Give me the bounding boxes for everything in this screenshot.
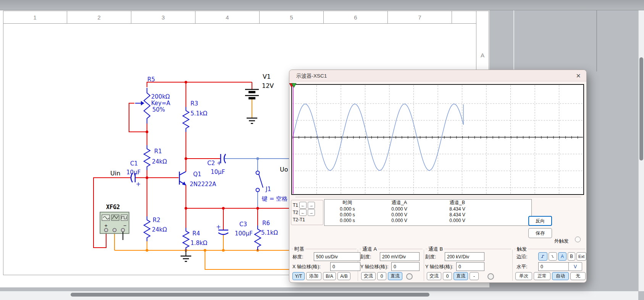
svg-text:24kΩ: 24kΩ (152, 158, 167, 165)
svg-text:24kΩ: 24kΩ (152, 226, 167, 233)
xfg-minus-mark: − (123, 223, 126, 228)
trigger-level-label: 水平: (516, 264, 527, 270)
channel-b-scale-input[interactable] (445, 252, 484, 261)
ext-trigger-label: 外触发 (554, 238, 569, 245)
svg-text:10µF: 10µF (211, 169, 225, 175)
potentiometer-r5[interactable] (135, 88, 150, 123)
ext-trigger-radio[interactable] (575, 237, 581, 242)
t2-right-button[interactable]: → (308, 209, 315, 216)
mode-yt-button[interactable]: Y/T (292, 272, 305, 280)
svg-text:R3: R3 (190, 100, 198, 107)
channel-b-ypos-input[interactable] (456, 262, 484, 271)
channel-a-section-title: 通道 A (361, 246, 378, 253)
measurement-row-0: 0.000 s0.000 V8.434 V (324, 206, 531, 212)
measurement-table: 时间 通道_A 通道_B 0.000 s0.000 V8.434 V0.000 … (324, 199, 532, 226)
resistor-r1[interactable] (144, 145, 150, 170)
trigger-auto-button[interactable]: 自动 (552, 272, 569, 280)
channel-a-dc-button[interactable]: 直流 (388, 272, 402, 280)
cursor-control-block: T1 ← → T2 ← → T2-T1 (291, 200, 323, 225)
transistor-q1[interactable] (179, 172, 186, 185)
timebase-scale-input[interactable] (314, 252, 360, 261)
channel-a-scale-label: 刻度: (360, 254, 371, 260)
measurement-value: 0.000 s (324, 218, 370, 223)
svg-text:10µF: 10µF (126, 169, 140, 176)
channel-b-scale-label: 刻度: (425, 254, 436, 260)
trigger-none-button[interactable]: 无 (570, 272, 586, 280)
svg-text:C3: C3 (239, 221, 247, 228)
channel-a-ypos-input[interactable] (391, 262, 420, 271)
window-title: 示波器-XSC1 (296, 73, 327, 79)
svg-text:Q1: Q1 (193, 171, 201, 178)
channel-a-ac-button[interactable]: 交流 (361, 272, 376, 280)
svg-text:Key=A: Key=A (151, 100, 171, 107)
trigger-falling-edge-button[interactable] (549, 252, 557, 261)
trigger-source-a-button[interactable]: A (558, 252, 567, 261)
trigger-rising-edge-button[interactable] (538, 252, 547, 261)
t2-left-button[interactable]: ← (299, 209, 307, 216)
svg-text:50%: 50% (152, 106, 165, 113)
channel-a-scale-input[interactable] (380, 252, 420, 261)
svg-text:Uo: Uo (280, 166, 288, 173)
svg-text:键 = 空格: 键 = 空格 (261, 195, 287, 202)
t1-right-button[interactable]: → (308, 202, 315, 209)
oscilloscope-title-bar[interactable]: 示波器-XSC1 (289, 70, 586, 81)
col-channel-a: 通道_A (370, 199, 428, 206)
channel-b-ground-button[interactable]: 0 (443, 272, 452, 280)
svg-text:2N2222A: 2N2222A (190, 181, 216, 188)
svg-text:C2 +: C2 + (207, 160, 221, 167)
channel-b-dc-button[interactable]: 直流 (454, 272, 468, 280)
timebase-xpos-input[interactable] (330, 262, 360, 271)
measurement-value: 0.000 V (428, 218, 486, 223)
rising-edge-icon (541, 254, 545, 259)
svg-text:V1: V1 (263, 73, 271, 80)
trigger-level-unit[interactable]: V (568, 262, 582, 271)
trigger-level-input[interactable] (538, 262, 572, 271)
svg-text:200kΩ: 200kΩ (151, 93, 170, 100)
svg-text:Uin: Uin (110, 170, 120, 177)
trigger-source-ext-button[interactable]: Ext (576, 252, 586, 261)
channel-a-ypos-label: Y 轴位移(格): (360, 264, 388, 270)
svg-text:J1: J1 (265, 186, 271, 193)
svg-text:XFG2: XFG2 (106, 204, 120, 211)
svg-text:R6: R6 (262, 220, 270, 227)
oscilloscope-window[interactable]: 示波器-XSC1 × T1 ← → T2 ← → T2-T1 时间 通道_A 通… (289, 70, 587, 283)
net-labels: V1 12V Uin Uo XFG2 (106, 73, 288, 211)
capacitor-c3[interactable] (218, 230, 228, 235)
svg-text:+: + (136, 181, 141, 188)
resistor-r2[interactable] (144, 216, 150, 241)
trigger-single-button[interactable]: 单次 (515, 272, 532, 280)
resistor-r3[interactable] (183, 107, 189, 132)
trigger-normal-button[interactable]: 正常 (534, 272, 550, 280)
panel-divider (295, 197, 581, 197)
close-icon[interactable]: × (572, 71, 585, 81)
measurement-row-2: 0.000 s0.000 V0.000 V (324, 217, 531, 223)
channel-b-minus-button[interactable]: - (470, 272, 479, 280)
ground-symbol-main[interactable] (181, 251, 191, 261)
svg-text:12V: 12V (262, 82, 274, 89)
svg-text:5.1kΩ: 5.1kΩ (190, 110, 207, 117)
resistor-r4[interactable] (183, 228, 189, 251)
svg-text:R1: R1 (154, 148, 162, 155)
battery-v1[interactable] (245, 89, 259, 98)
switch-j1[interactable] (256, 171, 263, 192)
mode-add-button[interactable]: 添加 (306, 272, 321, 280)
reverse-button[interactable]: 反向 (528, 216, 552, 226)
measurement-value: 8.434 V (428, 206, 486, 212)
trigger-source-b-button[interactable]: B (568, 252, 575, 261)
mode-ba-button[interactable]: B/A (323, 272, 336, 280)
col-channel-b: 通道_B (428, 199, 486, 206)
channel-a-indicator (406, 273, 413, 280)
t1-left-button[interactable]: ← (299, 202, 307, 209)
save-button[interactable]: 保存 (528, 228, 552, 238)
ground-symbol-v1[interactable] (247, 118, 257, 123)
oscilloscope-screen[interactable] (289, 83, 587, 196)
measurement-value: 0.000 s (324, 206, 370, 212)
mode-ab-button[interactable]: A/B (337, 272, 350, 280)
svg-text:R5: R5 (147, 76, 155, 83)
channel-b-ac-button[interactable]: 交流 (427, 272, 441, 280)
timebase-xpos-label: X 轴位移(格): (292, 264, 321, 270)
resistor-r6[interactable] (255, 225, 261, 250)
measurement-value: 0.000 V (370, 206, 428, 212)
channel-a-ground-button[interactable]: 0 (377, 272, 386, 280)
measurement-value: 0.000 V (370, 218, 428, 223)
